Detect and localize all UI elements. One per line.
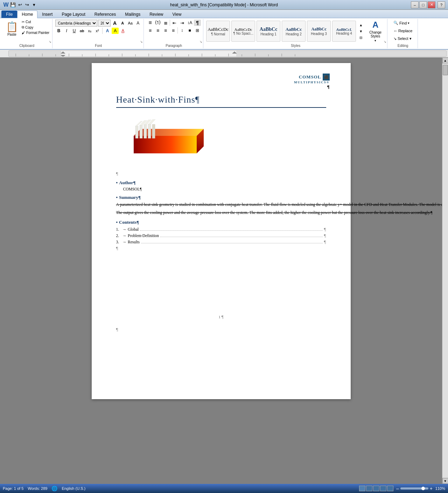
page-info: Page: 1 of 5 bbox=[3, 486, 23, 491]
paragraph-group-label: Paragraph bbox=[145, 44, 203, 48]
decrease-indent-button[interactable]: ⇤ bbox=[171, 20, 178, 26]
select-icon: ↘ bbox=[393, 36, 397, 41]
full-screen-view-button[interactable] bbox=[366, 486, 372, 491]
text-effects-button[interactable]: A bbox=[104, 28, 111, 34]
borders-button[interactable]: ⊞ bbox=[194, 27, 201, 34]
copy-button[interactable]: ⧉ Copy bbox=[21, 25, 50, 30]
font-shrink-button[interactable]: A bbox=[119, 20, 126, 26]
font-color-button[interactable]: A bbox=[119, 28, 126, 34]
shading-button[interactable]: ■ bbox=[186, 27, 193, 34]
clipboard-expand[interactable]: ↘ bbox=[49, 40, 51, 43]
find-button[interactable]: 🔍 Find ▾ bbox=[392, 20, 411, 26]
zoom-thumb[interactable] bbox=[421, 487, 425, 490]
word-icon: W bbox=[3, 2, 9, 8]
style-heading4[interactable]: AaBbCcL Heading 4 bbox=[332, 21, 356, 42]
change-case-button[interactable]: Aa bbox=[127, 20, 134, 26]
close-button[interactable]: ✕ bbox=[428, 1, 435, 8]
document-page: COMSOL ⬛ MULTIPHYSICS® ¶ Heat·Sink·with·… bbox=[92, 63, 351, 399]
bold-button[interactable]: B bbox=[55, 28, 62, 34]
scroll-down-button[interactable]: ▼ bbox=[442, 478, 448, 484]
contents-list: 1. → Global ¶ 2. → Problem·Definition ¶ … bbox=[116, 227, 326, 251]
italic-button[interactable]: I bbox=[63, 28, 70, 34]
justify-button[interactable]: ≡ bbox=[170, 27, 177, 34]
format-painter-button[interactable]: 🖌 Format Painter bbox=[21, 30, 50, 35]
outline-view-button[interactable] bbox=[380, 486, 386, 491]
increase-indent-button[interactable]: ⇥ bbox=[178, 20, 186, 26]
clear-formatting-button[interactable]: A bbox=[134, 20, 141, 26]
font-grow-button[interactable]: A bbox=[111, 20, 118, 26]
para-divider2 bbox=[177, 27, 178, 34]
zoom-slider[interactable] bbox=[400, 487, 428, 489]
cut-button[interactable]: ✂ Cut bbox=[21, 20, 50, 24]
change-styles-button[interactable]: A ChangeStyles ▾ bbox=[366, 20, 385, 42]
view-buttons bbox=[359, 486, 393, 491]
line-spacing-button[interactable]: ↕ bbox=[178, 27, 186, 34]
underline-button[interactable]: U bbox=[71, 28, 78, 34]
web-layout-view-button[interactable] bbox=[373, 486, 379, 491]
show-formatting-button[interactable]: ¶ bbox=[194, 20, 201, 26]
zoom-control: – + 110% bbox=[396, 486, 445, 491]
styles-expand[interactable]: ↘ bbox=[384, 40, 386, 43]
bullets-button[interactable]: ≡ bbox=[147, 20, 154, 26]
scroll-track[interactable] bbox=[443, 63, 448, 478]
numbering-button[interactable]: ⑴ bbox=[154, 20, 161, 26]
font-name-select[interactable]: Cambria (Headings) bbox=[55, 20, 97, 27]
summary-paragraph-1[interactable]: A·parameterized·heat·sink·geometry·is·st… bbox=[116, 202, 326, 208]
font-expand[interactable]: ↘ bbox=[140, 40, 143, 43]
comsol-logo: COMSOL ⬛ MULTIPHYSICS® ¶ bbox=[294, 74, 329, 90]
select-button[interactable]: ↘ Select ▾ bbox=[392, 35, 413, 42]
print-layout-view-button[interactable] bbox=[359, 486, 365, 491]
style-heading3[interactable]: AaBbCc Heading 3 bbox=[307, 21, 331, 42]
redo-button[interactable]: ↪ bbox=[24, 2, 30, 8]
styles-scroll-down[interactable]: ▼ bbox=[357, 28, 364, 34]
styles-scroll-up[interactable]: ▲ bbox=[357, 22, 364, 28]
multilevel-list-button[interactable]: ≣ bbox=[162, 20, 169, 26]
sort-button[interactable]: ↕A bbox=[186, 20, 193, 26]
scroll-thumb[interactable] bbox=[443, 65, 448, 75]
font-size-select[interactable]: 26 bbox=[98, 20, 111, 27]
tab-mailings[interactable]: Mailings bbox=[120, 11, 145, 18]
summary-paragraph-2[interactable]: The·output·gives·the·cooling·power·and·t… bbox=[116, 210, 326, 216]
tab-references[interactable]: References bbox=[90, 11, 120, 18]
replace-button[interactable]: ↔ Replace bbox=[392, 28, 414, 34]
tab-home[interactable]: Home bbox=[17, 11, 37, 18]
styles-more[interactable]: ⊟ bbox=[357, 35, 364, 40]
draft-view-button[interactable] bbox=[387, 486, 393, 491]
style-heading1[interactable]: AaBbCc Heading 1 bbox=[257, 21, 280, 42]
align-left-button[interactable]: ≡ bbox=[147, 27, 154, 34]
undo-button[interactable]: ↩ bbox=[17, 2, 23, 8]
text-highlight-button[interactable]: A bbox=[112, 28, 119, 34]
ribbon: 📋 Paste ✂ Cut ⧉ Copy 🖌 Format Painter Cl… bbox=[0, 18, 448, 50]
tab-review[interactable]: Review bbox=[145, 11, 168, 18]
subscript-button[interactable]: x₂ bbox=[86, 28, 93, 34]
language-icon: 🌐 bbox=[51, 486, 57, 491]
tab-page-layout[interactable]: Page Layout bbox=[57, 11, 90, 18]
paste-button[interactable]: 📋 Paste bbox=[4, 20, 20, 38]
style-nospace-label: ¶ No Spaci... bbox=[233, 32, 253, 35]
align-right-button[interactable]: ≡ bbox=[162, 27, 169, 34]
save-button[interactable]: 💾 bbox=[10, 2, 16, 8]
paragraph-expand[interactable]: ↘ bbox=[200, 40, 202, 43]
style-no-spacing[interactable]: AaBbCcDc ¶ No Spaci... bbox=[231, 21, 255, 42]
maximize-button[interactable]: □ bbox=[419, 1, 427, 8]
window-controls: – □ ✕ ? bbox=[411, 1, 445, 8]
change-styles-label: ChangeStyles bbox=[369, 30, 382, 38]
style-normal[interactable]: AaBbCcDc ¶ Normal bbox=[206, 21, 230, 42]
clipboard-group: 📋 Paste ✂ Cut ⧉ Copy 🖌 Format Painter Cl… bbox=[1, 19, 52, 48]
zoom-out-button[interactable]: – bbox=[396, 486, 399, 491]
clipboard-group-label: Clipboard bbox=[1, 44, 52, 48]
tab-view[interactable]: View bbox=[168, 11, 186, 18]
strikethrough-button[interactable]: ab bbox=[78, 28, 85, 34]
center-button[interactable]: ≡ bbox=[154, 27, 161, 34]
minimize-button[interactable]: – bbox=[411, 1, 419, 8]
help-button[interactable]: ? bbox=[438, 1, 445, 8]
quick-access-more[interactable]: ▾ bbox=[31, 2, 37, 8]
zoom-in-button[interactable]: + bbox=[430, 486, 433, 491]
scroll-up-button[interactable]: ▲ bbox=[442, 57, 448, 63]
font-group: Cambria (Headings) 26 A A Aa A B I U ab … bbox=[53, 19, 144, 48]
superscript-button[interactable]: x² bbox=[94, 28, 101, 34]
tab-file[interactable]: File bbox=[1, 11, 17, 18]
tab-insert[interactable]: Insert bbox=[37, 11, 57, 18]
style-heading2[interactable]: AaBbCc Heading 2 bbox=[282, 21, 306, 42]
document-title[interactable]: Heat·Sink·with·Fins¶ bbox=[116, 95, 326, 108]
